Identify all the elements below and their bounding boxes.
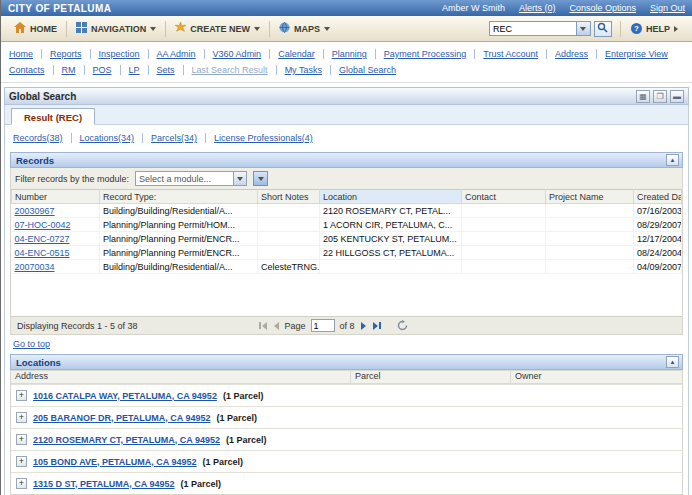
home-button[interactable]: HOME [5,16,66,41]
nav-link-trust-account[interactable]: Trust Account [475,49,547,59]
records-section-title: Records [14,155,54,166]
record-number-link[interactable]: 20070034 [15,262,55,272]
nav-link-planning[interactable]: Planning [324,49,376,59]
search-input[interactable] [489,21,577,36]
create-new-button[interactable]: CREATE NEW [166,16,269,41]
locations-section-body: Address Parcel Owner + 1016 CATALPA WAY,… [10,370,683,495]
column-header-project-name[interactable]: Project Name [546,190,634,204]
tab-result-rec[interactable]: Result (REC) [11,108,95,125]
nav-link-global-search[interactable]: Global Search [331,65,404,75]
nav-link-aa-admin[interactable]: AA Admin [149,49,205,59]
first-page-button[interactable] [258,322,268,330]
maps-button[interactable]: MAPS [270,16,339,41]
nav-link-reports[interactable]: Reports [42,49,91,59]
result-link-parcels[interactable]: Parcels(34) [143,133,206,143]
nav-link-enterprise-view[interactable]: Enterprise View [597,49,676,59]
short-notes-cell [258,218,320,232]
location-cell: 2120 ROSEMARY CT, PETAL... [320,204,462,218]
module-nav-row-1: HomeReportsInspectionAA AdminV360 AdminC… [9,46,684,62]
nav-link-sets[interactable]: Sets [149,65,184,75]
result-link-records[interactable]: Records(38) [13,133,72,143]
address-link[interactable]: 2120 ROSEMARY CT, PETALUMA, CA 94952 [33,435,220,445]
nav-link-home[interactable]: Home [9,49,42,59]
project-name-cell [546,260,634,274]
parcel-count-label: (1 Parcel) [226,435,267,445]
module-filter-apply-button[interactable] [253,171,268,186]
column-header-record-type[interactable]: Record Type: [100,190,258,204]
record-number-link[interactable]: 07-HOC-0042 [15,220,71,230]
address-link[interactable]: 1016 CATALPA WAY, PETALUMA, CA 94952 [33,391,217,401]
nav-link-my-tasks[interactable]: My Tasks [277,65,331,75]
chevron-down-icon [237,177,243,181]
column-header-address[interactable]: Address [11,370,351,384]
contact-cell [462,218,546,232]
expand-plus-icon[interactable]: + [16,434,27,445]
next-page-button[interactable] [360,322,367,330]
column-header-location[interactable]: Location [320,190,462,204]
record-number-link[interactable]: 04-ENC-0727 [15,234,70,244]
column-header-created-date[interactable]: Created Date [634,190,682,204]
record-number-link[interactable]: 04-ENC-0515 [15,248,70,258]
column-header-contact[interactable]: Contact [462,190,546,204]
pager-controls: Page of 8 [258,319,408,332]
nav-link-address[interactable]: Address [547,49,597,59]
address-link[interactable]: 105 BOND AVE, PETALUMA, CA 94952 [33,457,197,467]
alerts-link[interactable]: Alerts (0) [519,3,556,13]
global-search-panel-body: Result (REC) Records(38)Locations(34)Par… [4,105,689,495]
result-link-license-professionals[interactable]: License Professionals(4) [206,133,321,143]
record-type-cell: Planning/Planning Permit/ENCR... [100,246,258,260]
nav-link-contacts[interactable]: Contacts [9,65,54,75]
records-table: Number Record Type: Short Notes Location… [11,189,682,274]
nav-link-payment-processing[interactable]: Payment Processing [376,49,476,59]
panel-control-button-3[interactable]: ▬ [670,90,684,103]
navigation-icon [76,22,87,35]
sign-out-link[interactable]: Sign Out [650,3,685,13]
module-filter-label: Filter records by the module: [15,174,129,184]
page-number-input[interactable] [311,319,335,332]
navigation-button[interactable]: NAVIGATION [67,16,165,41]
refresh-icon[interactable] [397,320,408,331]
nav-link-rm[interactable]: RM [54,65,85,75]
locations-collapse-button[interactable]: ▲ [666,356,679,368]
search-dropdown-arrow[interactable] [577,21,591,36]
chevron-down-icon [254,27,260,31]
nav-link-inspection[interactable]: Inspection [91,49,149,59]
user-name: Amber W Smith [442,3,505,13]
column-header-parcel[interactable]: Parcel [351,370,511,384]
module-select[interactable]: Select a module... [135,171,247,186]
expand-plus-icon[interactable]: + [16,478,27,489]
nav-link-lp[interactable]: LP [121,65,149,75]
location-row: + 105 BOND AVE, PETALUMA, CA 94952 (1 Pa… [11,450,682,472]
result-link-locations[interactable]: Locations(34) [72,133,144,143]
help-button[interactable]: ? HELP [621,23,688,34]
records-status-text: Displaying Records 1 - 5 of 38 [17,321,138,331]
record-number-link[interactable]: 20030967 [15,206,55,216]
created-date-cell: 08/24/2004 [634,246,682,260]
module-select-value: Select a module... [139,174,211,184]
location-cell: 1 ACORN CIR, PETALUMA, C... [320,218,462,232]
panel-control-button-2[interactable]: ❐ [653,90,667,103]
create-new-icon [175,22,186,35]
last-page-button[interactable] [372,322,382,330]
expand-plus-icon[interactable]: + [16,456,27,467]
nav-link-pos[interactable]: POS [85,65,121,75]
records-section-header: Records ▲ [10,152,683,168]
expand-plus-icon[interactable]: + [16,412,27,423]
column-header-short-notes[interactable]: Short Notes [258,190,320,204]
column-header-owner[interactable]: Owner [511,370,682,384]
column-header-number[interactable]: Number [12,190,100,204]
console-options-link[interactable]: Console Options [569,3,636,13]
nav-link-last-search-result[interactable]: Last Search Result [184,65,277,75]
address-link[interactable]: 1315 D ST, PETALUMA, CA 94952 [33,479,175,489]
records-collapse-button[interactable]: ▲ [666,154,679,166]
panel-control-button-1[interactable]: ▦ [636,90,650,103]
nav-link-v360-admin[interactable]: V360 Admin [205,49,271,59]
previous-page-button[interactable] [273,322,280,330]
expand-plus-icon[interactable]: + [16,390,27,401]
project-name-cell [546,232,634,246]
address-link[interactable]: 205 BARANOF DR, PETALUMA, CA 94952 [33,413,211,423]
go-to-top-link[interactable]: Go to top [13,339,50,349]
nav-link-calendar[interactable]: Calendar [270,49,324,59]
record-type-cell: Building/Building/Residential/A... [100,204,258,218]
search-button[interactable] [594,21,612,37]
